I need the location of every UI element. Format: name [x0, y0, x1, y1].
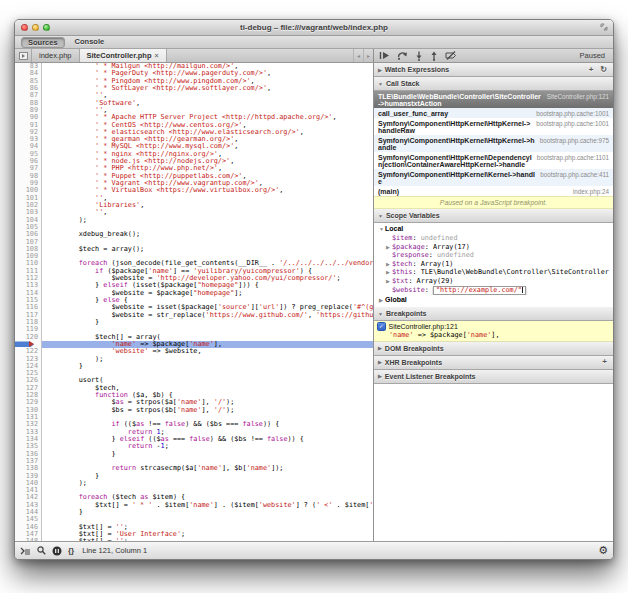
code-line[interactable]: 128 function ($a, $b) { — [15, 392, 373, 399]
code-line[interactable]: 146 $txt[] = ''; — [15, 524, 373, 531]
code-text[interactable]: return -1; — [42, 443, 373, 450]
pause-on-exceptions-icon[interactable] — [52, 546, 62, 556]
code-line[interactable]: 101 '', — [15, 195, 373, 202]
code-text[interactable]: ' * PagerDuty <http://www.pagerduty.com/… — [42, 70, 373, 77]
code-text[interactable]: if (($as !== false) && ($bs === false)) … — [42, 421, 373, 428]
code-text[interactable]: ); — [42, 356, 373, 363]
code-line[interactable]: 116 $website = isset($package['source'][… — [15, 304, 373, 311]
code-text[interactable]: } — [42, 473, 373, 480]
sidebar-toggle-icon[interactable] — [15, 49, 32, 62]
file-tab-sitecontroller[interactable]: SiteController.php × — [80, 49, 167, 62]
code-line[interactable]: 138 return strcasecmp($a['name'], $b['na… — [15, 465, 373, 472]
code-text[interactable]: $txt[] = ' * ' . $item['name'] . ($item[… — [42, 502, 373, 509]
xhr-breakpoints-header[interactable]: ▶ XHR Breakpoints + — [374, 356, 613, 370]
code-line[interactable]: 132 if (($as !== false) && ($bs === fals… — [15, 421, 373, 428]
code-text[interactable]: return 1; — [42, 429, 373, 436]
code-line[interactable]: 87 '', — [15, 92, 373, 99]
code-line[interactable]: 122 'website' => $website, — [15, 348, 373, 355]
code-text[interactable]: } elseif (isset($package["homepage"])) { — [42, 282, 373, 289]
code-line[interactable]: 92 ' * elasticsearch <http://www.elastic… — [15, 129, 373, 136]
code-line[interactable]: 108 $tech = array(); — [15, 246, 373, 253]
code-text[interactable]: usort( — [42, 377, 373, 384]
code-line[interactable]: 114 $website = $package["homepage"]; — [15, 290, 373, 297]
breakpoint-checkbox[interactable]: ✓ — [377, 322, 386, 331]
breakpoint-item[interactable]: ✓SiteController.php:121'name' => $packag… — [374, 321, 613, 342]
pretty-print-button[interactable]: {} — [68, 546, 74, 555]
code-text[interactable]: '', — [42, 209, 373, 216]
code-line[interactable]: 111 if ($package['name'] == 'yuilibrary/… — [15, 268, 373, 275]
code-line[interactable]: 99 ' * Vagrant <http://www.vagrantup.com… — [15, 180, 373, 187]
variable-value-editor[interactable]: "http://example.com/" — [433, 286, 526, 296]
console-drawer-icon[interactable] — [20, 547, 31, 555]
code-text[interactable]: $website = isset($package['source']['url… — [42, 304, 373, 311]
code-line[interactable]: 137 — [15, 458, 373, 465]
code-line[interactable]: 'name' => $package['name'], — [15, 341, 373, 348]
add-watch-icon[interactable]: + — [587, 66, 596, 74]
scope-variable[interactable]: ▶$this: TLE\Bundle\WebBundle\Controller\… — [374, 268, 613, 277]
refresh-watch-icon[interactable]: ↻ — [598, 66, 609, 74]
settings-gear-icon[interactable]: ⚙ — [598, 545, 608, 556]
code-line[interactable]: 85 ' * Pingdom <http://www.pingdom.com/>… — [15, 78, 373, 85]
stack-frame[interactable]: bootstrap.php.cache:1001call_user_func_a… — [374, 108, 613, 118]
code-line[interactable]: 142 foreach ($tech as $item) { — [15, 494, 373, 501]
window-titlebar[interactable]: ti-debug – file:///vagrant/web/index.php — [15, 20, 613, 36]
code-text[interactable]: ' * MySQL <http://www.mysql.com/>', — [42, 143, 373, 150]
code-text[interactable]: ' * Puppet <http://puppetlabs.com/>', — [42, 173, 373, 180]
code-text[interactable]: ' * nginx <http://nginx.org/>', — [42, 151, 373, 158]
line-number-gutter[interactable]: 148 — [15, 538, 42, 541]
search-icon[interactable] — [37, 546, 46, 555]
toggle-breakpoints-button[interactable] — [445, 51, 457, 60]
stack-frame[interactable]: bootstrap.php.cache:1101Symfony\Componen… — [374, 152, 613, 169]
stack-frame[interactable]: bootstrap.php.cache:975Symfony\Component… — [374, 135, 613, 152]
zoom-window-button[interactable] — [43, 24, 50, 31]
code-line[interactable]: 129 $as = strpos($a['name'], '/'); — [15, 399, 373, 406]
code-text[interactable] — [42, 516, 373, 523]
line-number-gutter[interactable]: 120 — [15, 334, 42, 341]
tab-overflow-right-icon[interactable]: ▸ — [363, 49, 373, 62]
code-line[interactable]: 115 } else { — [15, 297, 373, 304]
code-text[interactable]: } else { — [42, 297, 373, 304]
code-line[interactable]: 118 } — [15, 319, 373, 326]
code-text[interactable]: foreach ($tech as $item) { — [42, 494, 373, 501]
code-text[interactable]: xdebug_break(); — [42, 231, 373, 238]
code-text[interactable]: ' * Vagrant <http://www.vagrantup.com/>'… — [42, 180, 373, 187]
step-out-button[interactable] — [430, 51, 438, 61]
scope-global[interactable]: ▶Global — [374, 295, 613, 305]
code-line[interactable]: 140 ); — [15, 480, 373, 487]
code-line[interactable]: 120 $tech[] = array( — [15, 334, 373, 341]
code-line[interactable]: 88 'Software', — [15, 100, 373, 107]
code-line[interactable]: 98 ' * Puppet <http://puppetlabs.com/>', — [15, 173, 373, 180]
code-text[interactable]: return strcasecmp($a['name'], $b['name']… — [42, 465, 373, 472]
watch-expressions-header[interactable]: ▶ Watch Expressions + ↻ — [374, 63, 613, 77]
code-text[interactable]: $bs = strpos($b['name'], '/'); — [42, 407, 373, 414]
code-text[interactable]: ); — [42, 217, 373, 224]
code-line[interactable]: 86 ' * SoftLayer <http://www.softlayer.c… — [15, 85, 373, 92]
code-text[interactable]: } — [42, 451, 373, 458]
code-line[interactable]: 130 $bs = strpos($b['name'], '/'); — [15, 407, 373, 414]
code-line[interactable]: 110 foreach (json_decode(file_get_conten… — [15, 260, 373, 267]
code-text[interactable]: ' * SoftLayer <http://www.softlayer.com/… — [42, 85, 373, 92]
scope-variable[interactable]: $response: undefined — [374, 251, 613, 260]
code-line[interactable]: 112 $website = 'http://developer.yahoo.c… — [15, 275, 373, 282]
add-xhr-breakpoint-icon[interactable]: + — [600, 358, 609, 366]
code-line[interactable]: 127 $tech, — [15, 385, 373, 392]
code-text[interactable]: } — [42, 509, 373, 516]
code-text[interactable]: function ($a, $b) { — [42, 392, 373, 399]
code-text[interactable]: $tech, — [42, 385, 373, 392]
dom-breakpoints-header[interactable]: ▶ DOM Breakpoints — [374, 342, 613, 356]
code-line[interactable]: 91 ' * CentOS <http://www.centos.org/>', — [15, 122, 373, 129]
stack-frame[interactable]: index.php:24(main) — [374, 186, 613, 196]
code-line[interactable]: 89 '', — [15, 107, 373, 114]
code-line[interactable]: 143 $txt[] = ' * ' . $item['name'] . ($i… — [15, 502, 373, 509]
code-line[interactable]: 136 } — [15, 451, 373, 458]
code-line[interactable]: 135 return -1; — [15, 443, 373, 450]
stack-frame[interactable]: bootstrap.php.cache:411Symfony\Component… — [374, 169, 613, 186]
code-line[interactable]: 93 ' * gearman <http://gearman.org/>', — [15, 136, 373, 143]
code-line[interactable]: 103 '', — [15, 209, 373, 216]
code-line[interactable]: 119 — [15, 326, 373, 333]
code-text[interactable]: 'name' => $package['name'], — [42, 341, 373, 348]
code-text[interactable] — [42, 253, 373, 260]
step-into-button[interactable] — [415, 51, 423, 61]
code-line[interactable]: 123 ); — [15, 356, 373, 363]
code-text[interactable]: } elseif (($as === false) && ($bs !== fa… — [42, 436, 373, 443]
